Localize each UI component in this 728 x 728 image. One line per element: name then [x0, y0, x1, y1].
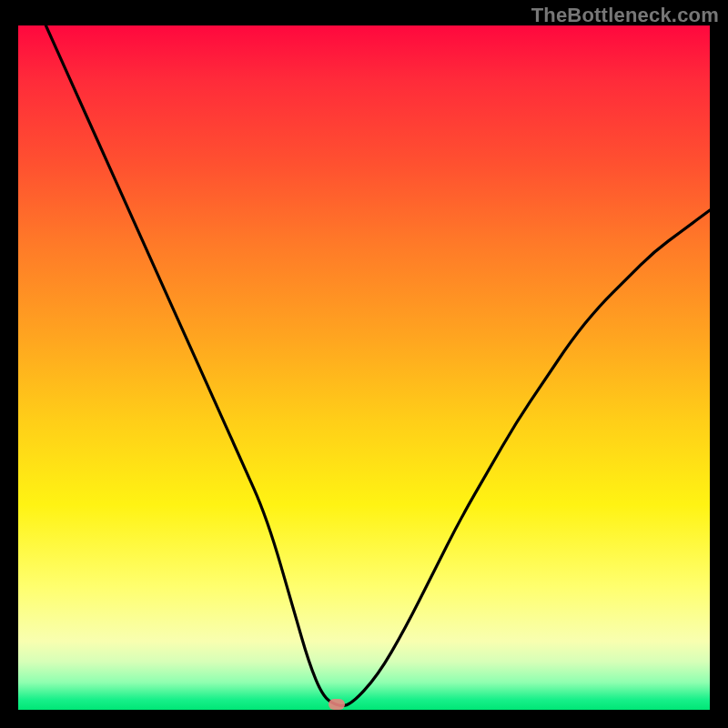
- chart-frame: TheBottleneck.com: [0, 0, 728, 728]
- plot-area: [18, 25, 710, 710]
- bottleneck-curve: [46, 25, 710, 706]
- minimum-marker: [329, 699, 345, 710]
- curve-svg: [18, 25, 710, 710]
- watermark-text: TheBottleneck.com: [531, 4, 719, 27]
